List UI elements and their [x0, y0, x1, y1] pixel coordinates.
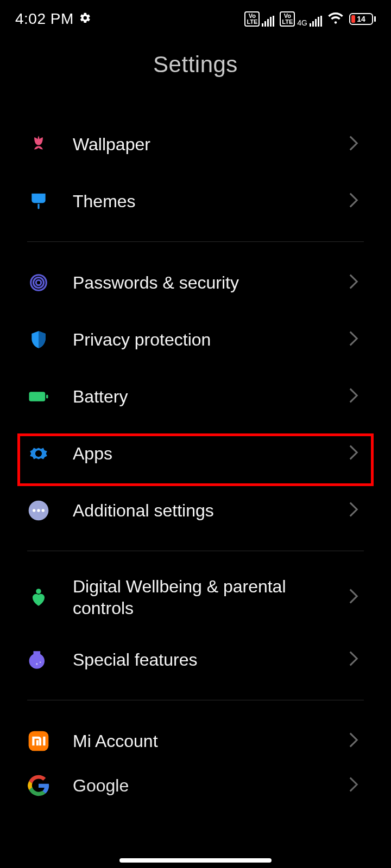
- gear-icon: [79, 10, 91, 28]
- svg-point-1: [34, 277, 44, 288]
- battery-indicator: 14: [349, 13, 376, 25]
- settings-item-label: Themes: [73, 190, 349, 212]
- chevron-right-icon: [349, 388, 358, 405]
- settings-item-privacy-protection[interactable]: Privacy protection: [0, 311, 391, 368]
- shield-icon: [27, 328, 50, 351]
- settings-item-label: Battery: [73, 386, 349, 407]
- settings-item-label: Digital Wellbeing & parental controls: [73, 576, 349, 619]
- status-right: VoLTE VoLTE 4G 14: [244, 10, 376, 28]
- svg-rect-4: [46, 394, 48, 398]
- fingerprint-icon: [27, 271, 50, 294]
- navigation-bar[interactable]: [0, 858, 391, 863]
- home-indicator[interactable]: [119, 858, 272, 863]
- dots-circle-icon: [27, 499, 50, 522]
- divider: [27, 241, 364, 242]
- settings-item-special-features[interactable]: Special features: [0, 631, 391, 688]
- chevron-right-icon: [349, 274, 358, 291]
- svg-point-12: [40, 661, 41, 663]
- chevron-right-icon: [349, 732, 358, 750]
- svg-point-9: [42, 509, 45, 512]
- signal-icon: [310, 16, 322, 27]
- volte-icon: VoLTE: [244, 11, 260, 27]
- svg-point-10: [36, 589, 41, 594]
- svg-point-11: [36, 663, 37, 665]
- settings-item-themes[interactable]: Themes: [0, 173, 391, 229]
- flask-icon: [27, 648, 50, 671]
- network-type-label: 4G: [297, 19, 307, 27]
- volte-icon: VoLTE: [280, 11, 295, 27]
- settings-item-wallpaper[interactable]: Wallpaper: [0, 116, 391, 173]
- settings-item-label: Additional settings: [73, 500, 349, 521]
- sim2-indicator: VoLTE 4G: [280, 11, 322, 27]
- settings-item-additional-settings[interactable]: Additional settings: [0, 482, 391, 539]
- battery-percent: 14: [357, 15, 365, 23]
- chevron-right-icon: [349, 502, 358, 519]
- chevron-right-icon: [349, 331, 358, 348]
- divider: [27, 551, 364, 551]
- svg-point-7: [33, 509, 35, 512]
- tulip-icon: [27, 133, 50, 156]
- status-time: 4:02 PM: [15, 10, 74, 28]
- settings-item-google[interactable]: Google: [0, 769, 391, 802]
- settings-list: Wallpaper Themes Passwords & security Pr…: [0, 116, 391, 802]
- mi-logo-icon: [27, 730, 50, 752]
- chevron-right-icon: [349, 193, 358, 210]
- battery-icon: [27, 385, 50, 408]
- settings-item-mi-account[interactable]: Mi Account: [0, 712, 391, 769]
- settings-item-passwords-security[interactable]: Passwords & security: [0, 254, 391, 311]
- settings-item-battery[interactable]: Battery: [0, 368, 391, 425]
- settings-item-label: Wallpaper: [73, 133, 349, 155]
- page-title: Settings: [0, 52, 391, 78]
- chevron-right-icon: [349, 136, 358, 153]
- settings-item-apps[interactable]: Apps: [0, 425, 391, 482]
- settings-item-label: Apps: [73, 443, 349, 464]
- signal-icon: [262, 16, 274, 27]
- svg-point-5: [35, 450, 42, 456]
- settings-item-label: Google: [73, 775, 349, 796]
- settings-item-label: Passwords & security: [73, 272, 349, 293]
- settings-item-label: Special features: [73, 649, 349, 671]
- divider: [27, 700, 364, 700]
- status-left: 4:02 PM: [15, 10, 91, 28]
- chevron-right-icon: [349, 589, 358, 606]
- heart-person-icon: [27, 586, 50, 609]
- chevron-right-icon: [349, 777, 358, 794]
- settings-item-label: Privacy protection: [73, 329, 349, 350]
- settings-item-digital-wellbeing[interactable]: Digital Wellbeing & parental controls: [0, 563, 391, 631]
- svg-point-8: [37, 509, 40, 512]
- brush-icon: [27, 190, 50, 213]
- svg-rect-3: [29, 392, 46, 401]
- wifi-icon: [327, 10, 344, 28]
- chevron-right-icon: [349, 445, 358, 462]
- sim1-indicator: VoLTE: [244, 11, 274, 27]
- status-bar: 4:02 PM VoLTE VoLTE 4G 14: [0, 0, 391, 38]
- chevron-right-icon: [349, 651, 358, 668]
- settings-item-label: Mi Account: [73, 730, 349, 752]
- svg-point-0: [36, 280, 41, 285]
- gear-badge-icon: [27, 442, 50, 465]
- google-logo-icon: [27, 774, 50, 797]
